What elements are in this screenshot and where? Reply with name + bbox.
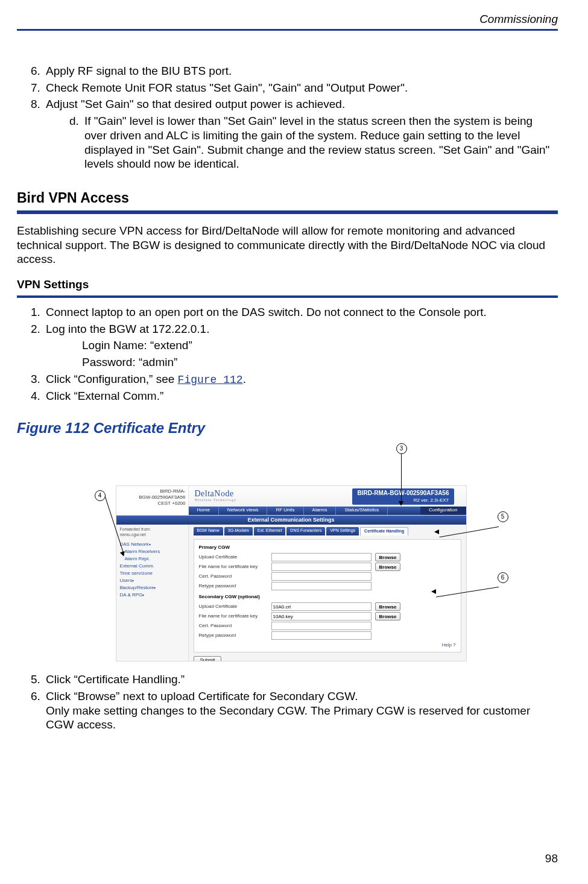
secondary-file-browse-button[interactable]: Browse [375, 612, 401, 620]
figure-caption: Figure 112 Certificate Entry [17, 419, 558, 437]
primary-file-browse-button[interactable]: Browse [375, 563, 401, 571]
lbl-file-key: File name for certificate key [199, 564, 271, 570]
sidebar-item-label: DA & RPG [120, 592, 143, 598]
vpn-steps-list-cont: Click “Certificate Handling.” Click “Bro… [17, 672, 558, 732]
sidebar-external-comm[interactable]: External Comm. [120, 563, 185, 569]
lbl-cert-pw: Cert. Password [199, 623, 271, 629]
vpn-step-3-pre: Click “Configuration,” see [46, 373, 178, 385]
vpn-step-6: Click “Browse” next to upload Certificat… [43, 689, 558, 732]
callout-4: 4 [95, 490, 106, 501]
h2-rule [17, 210, 558, 214]
sidebar-item-label: Users [120, 578, 133, 583]
vpn-step-4: Click “External Comm.” [43, 389, 558, 403]
panel-title-banner: External Communication Settings [116, 516, 466, 525]
brand-text: DeltaNode [195, 489, 234, 498]
fwd-host: nemo.cgw.net [120, 532, 146, 537]
instruction-list-top: Apply RF signal to the BIU BTS port. Che… [17, 64, 558, 171]
main-navbar: Home Network views RF Units Alarms Statu… [189, 507, 466, 515]
mini-sidebar: Forwarded from: nemo.cgw.net DAS Network… [116, 525, 189, 661]
sidebar-alarm-repl[interactable]: Alarm Repl. [120, 556, 185, 562]
nav-network-views[interactable]: Network views [219, 507, 268, 515]
vpn-steps-list: Connect laptop to an open port on the DA… [17, 305, 558, 403]
primary-cert-pw-input[interactable] [271, 572, 371, 581]
brand-logo: DeltaNode Wireless Technology [195, 488, 236, 502]
secondary-file-input[interactable] [271, 612, 371, 620]
sidebar-da-rpg[interactable]: DA & RPG▾ [120, 592, 185, 598]
nav-alarms[interactable]: Alarms [304, 507, 337, 515]
mini-body: Forwarded from: nemo.cgw.net DAS Network… [116, 525, 466, 661]
embedded-screenshot: BIRD-RMA- BGW-002590AF3A56 CEST +0200 De… [116, 485, 467, 661]
mini-left-head: BIRD-RMA- BGW-002590AF3A56 CEST +0200 [116, 486, 189, 515]
primary-retype-input[interactable] [271, 582, 371, 590]
secondary-upload-input[interactable] [271, 602, 371, 611]
callout-5: 5 [498, 511, 508, 522]
row-primary-cert-pw: Cert. Password [199, 572, 456, 581]
tab-dns-forwarders[interactable]: DNS Forwarders [286, 527, 325, 535]
submit-button[interactable]: Submit [194, 656, 222, 661]
callout-6: 6 [498, 572, 508, 583]
primary-file-input[interactable] [271, 563, 371, 571]
nav-status-statistics[interactable]: Status/Statistics [336, 507, 388, 515]
callout-5-arrow [434, 529, 439, 534]
vpn-step-6-line2: Only make setting changes to the Seconda… [46, 704, 530, 731]
mini-main: BGW Name 3G-Modem Ext. Ethernet DNS Forw… [189, 525, 466, 661]
vpn-step-3-post: . [243, 373, 246, 385]
device-title: BIRD-RMA-BGW-002590AF3A56 [357, 490, 449, 496]
mini-topbar: BIRD-RMA- BGW-002590AF3A56 CEST +0200 De… [116, 486, 466, 516]
secondary-cert-pw-input[interactable] [271, 622, 371, 630]
sidebar-item-label: DAS Network [120, 541, 149, 547]
lbl-retype: Retype password [199, 633, 271, 639]
tab-bgw-name[interactable]: BGW Name [194, 527, 223, 535]
row-primary-upload: Upload Certificate Browse [199, 553, 456, 561]
row-primary-file: File name for certificate key Browse [199, 563, 456, 571]
secondary-retype-input[interactable] [271, 631, 371, 640]
callout-3-line [401, 453, 402, 501]
row-secondary-file: File name for certificate key Browse [199, 612, 456, 620]
sidebar-alarm-receivers[interactable]: Alarm Receivers [120, 549, 185, 555]
tab-3g-modem[interactable]: 3G-Modem [224, 527, 253, 535]
mini-head-l3: CEST +0200 [120, 500, 186, 507]
step-8-text: Adjust "Set Gain" so that desired output… [46, 98, 345, 110]
nav-configuration[interactable]: Configuration [420, 507, 466, 515]
heading-vpn-settings: VPN Settings [17, 277, 558, 292]
lbl-retype: Retype password [199, 583, 271, 589]
chevron-down-icon: ▾ [154, 586, 156, 590]
password-line: Password: “admin” [82, 355, 558, 370]
tab-certificate-handling[interactable]: Certificate Handling [360, 527, 408, 535]
chevron-down-icon: ▾ [132, 579, 134, 582]
callout-3-arrow [399, 501, 403, 506]
nav-home[interactable]: Home [189, 507, 219, 515]
tab-ext-ethernet[interactable]: Ext. Ethernet [254, 527, 285, 535]
vpn-step-1: Connect laptop to an open port on the DA… [43, 305, 558, 320]
vpn-step-2-text: Log into the BGW at 172.22.0.1. [46, 323, 209, 335]
lbl-file-key: File name for certificate key [199, 613, 271, 619]
page-number: 98 [545, 851, 558, 866]
step-6: Apply RF signal to the BIU BTS port. [43, 64, 558, 78]
figure-112-link[interactable]: Figure 112 [178, 374, 243, 386]
primary-upload-input[interactable] [271, 553, 371, 561]
tabs: BGW Name 3G-Modem Ext. Ethernet DNS Forw… [194, 527, 461, 535]
login-name-line: Login Name: “extend” [82, 338, 558, 353]
tab-vpn-settings[interactable]: VPN Settings [326, 527, 359, 535]
lbl-cert-pw: Cert. Password [199, 573, 271, 579]
row-secondary-upload: Upload Certificate Browse [199, 602, 456, 611]
step-7: Check Remote Unit FOR status "Set Gain",… [43, 81, 558, 95]
mini-head-l2: BGW-002590AF3A56 [120, 494, 186, 500]
chevron-down-icon: ▾ [149, 543, 151, 546]
primary-upload-browse-button[interactable]: Browse [375, 553, 401, 561]
sidebar-das-network[interactable]: DAS Network▾ [120, 541, 185, 548]
nav-rf-units[interactable]: RF Units [267, 507, 303, 515]
sidebar-users[interactable]: Users▾ [120, 578, 185, 584]
brand-sub: Wireless Technology [195, 498, 236, 503]
sidebar-backup-restore[interactable]: Backup/Restore▾ [120, 585, 185, 591]
heading-bird-vpn-access: Bird VPN Access [17, 189, 558, 207]
help-link[interactable]: Help ? [199, 642, 456, 648]
sidebar-item-label: Backup/Restore [120, 585, 154, 590]
fwd-label: Forwarded from: [120, 527, 151, 531]
sidebar-time-serv-zone[interactable]: Time serv/zone [120, 570, 185, 576]
vpn-step-3: Click “Configuration,” see Figure 112. [43, 372, 558, 387]
header-rule [17, 29, 558, 31]
secondary-upload-browse-button[interactable]: Browse [375, 602, 401, 611]
step-8-sublist: If "Gain" level is lower than "Set Gain"… [46, 114, 558, 171]
h3-rule [17, 295, 558, 298]
